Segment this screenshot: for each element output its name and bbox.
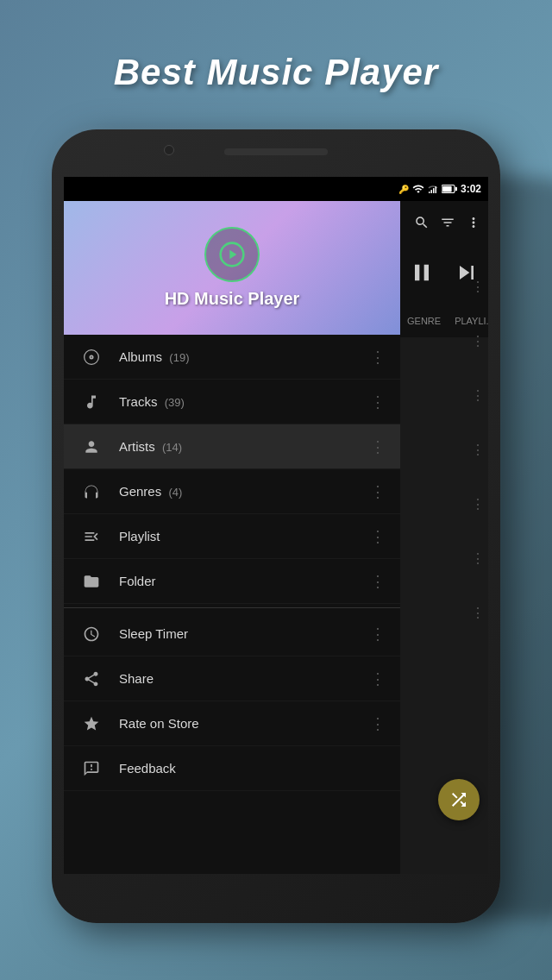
menu-item-albums[interactable]: Albums (19) ⋮ xyxy=(64,335,400,380)
drawer-header: HD Music Player xyxy=(64,201,400,335)
menu-item-rate-on-store[interactable]: Rate on Store ⋮ xyxy=(64,701,400,746)
menu-dots-tracks[interactable]: ⋮ xyxy=(370,393,386,411)
status-bar: 🔑 3:02 xyxy=(64,177,488,201)
disc-icon xyxy=(78,349,105,366)
status-icons: 🔑 xyxy=(398,183,457,195)
right-panel-top xyxy=(400,201,488,244)
menu-item-feedback[interactable]: Feedback xyxy=(64,746,400,791)
menu-dots-rate-on-store[interactable]: ⋮ xyxy=(370,714,386,733)
menu-item-folder[interactable]: Folder ⋮ xyxy=(64,559,400,604)
status-time: 3:02 xyxy=(461,183,481,195)
menu-dots-artists[interactable]: ⋮ xyxy=(370,437,386,456)
key-icon: 🔑 xyxy=(398,185,409,194)
dots-6[interactable]: ⋮ xyxy=(471,550,485,567)
more-icon[interactable] xyxy=(466,215,481,230)
menu-item-genres[interactable]: Genres (4) ⋮ xyxy=(64,469,400,514)
menu-label-sleep-timer: Sleep Timer xyxy=(119,626,370,641)
right-panel: GENRE PLAYLI... ⋮ ⋮ ⋮ ⋮ ⋮ ⋮ ⋮ xyxy=(400,201,488,874)
headphone-icon xyxy=(78,483,105,500)
list-icon xyxy=(78,528,105,545)
menu-label-folder: Folder xyxy=(119,574,370,588)
menu-label-genres: Genres (4) xyxy=(119,484,370,499)
screen: 🔑 3:02 xyxy=(64,177,488,874)
menu-dots-albums[interactable]: ⋮ xyxy=(370,348,386,367)
pause-button[interactable] xyxy=(408,259,436,290)
clock-icon xyxy=(78,625,105,643)
phone-shell: 🔑 3:02 xyxy=(52,129,500,923)
svg-rect-0 xyxy=(429,192,430,193)
menu-dots-folder[interactable]: ⋮ xyxy=(370,572,386,591)
svg-rect-1 xyxy=(430,190,432,193)
music-note-icon xyxy=(78,393,105,411)
menu-label-albums: Albums (19) xyxy=(119,349,370,364)
svg-rect-2 xyxy=(433,188,435,193)
folder-icon xyxy=(78,573,105,590)
menu-item-playlist[interactable]: Playlist ⋮ xyxy=(64,514,400,559)
svg-rect-3 xyxy=(435,186,436,193)
dots-1[interactable]: ⋮ xyxy=(471,279,485,295)
dots-2[interactable]: ⋮ xyxy=(471,333,485,349)
menu-label-feedback: Feedback xyxy=(119,761,386,776)
battery-icon xyxy=(442,184,457,194)
fab-shuffle-button[interactable] xyxy=(438,779,480,820)
star-icon xyxy=(78,715,105,732)
menu-label-rate-on-store: Rate on Store xyxy=(119,716,370,731)
search-icon[interactable] xyxy=(414,215,430,230)
menu-dots-playlist[interactable]: ⋮ xyxy=(370,527,386,546)
svg-point-10 xyxy=(91,356,92,358)
front-camera xyxy=(164,145,174,155)
filter-icon[interactable] xyxy=(440,215,455,230)
dots-5[interactable]: ⋮ xyxy=(471,496,485,512)
menu-dots-sleep-timer[interactable]: ⋮ xyxy=(370,625,386,644)
menu-dots-share[interactable]: ⋮ xyxy=(370,669,386,688)
speaker-grill xyxy=(224,148,328,155)
feedback-icon xyxy=(78,760,105,777)
menu-item-share[interactable]: Share ⋮ xyxy=(64,656,400,701)
menu-label-share: Share xyxy=(119,671,370,686)
shuffle-icon xyxy=(448,789,469,810)
menu-label-tracks: Tracks (39) xyxy=(119,394,370,409)
menu-item-sleep-timer[interactable]: Sleep Timer ⋮ xyxy=(64,612,400,656)
page-title: Best Music Player xyxy=(0,52,552,93)
share-icon xyxy=(78,670,105,688)
svg-rect-5 xyxy=(442,186,452,192)
menu-label-artists: Artists (14) xyxy=(119,439,370,454)
signal-icon xyxy=(428,183,438,195)
right-panel-dots-column: ⋮ ⋮ ⋮ ⋮ ⋮ ⋮ ⋮ xyxy=(471,279,485,621)
dots-7[interactable]: ⋮ xyxy=(471,605,485,621)
tab-genre[interactable]: GENRE xyxy=(400,305,448,337)
menu-item-artists[interactable]: Artists (14) ⋮ xyxy=(64,424,400,469)
play-logo xyxy=(204,227,260,282)
dots-3[interactable]: ⋮ xyxy=(471,387,485,404)
menu-label-playlist: Playlist xyxy=(119,529,370,543)
menu-dots-genres[interactable]: ⋮ xyxy=(370,482,386,501)
dots-4[interactable]: ⋮ xyxy=(471,442,485,458)
menu-divider-1 xyxy=(64,607,400,608)
svg-rect-6 xyxy=(455,187,457,192)
drawer-app-name: HD Music Player xyxy=(165,289,300,309)
drawer: HD Music Player Albums (19) ⋮ xyxy=(64,201,400,874)
person-icon xyxy=(78,438,105,455)
menu-item-tracks[interactable]: Tracks (39) ⋮ xyxy=(64,380,400,424)
wifi-icon xyxy=(412,183,424,195)
